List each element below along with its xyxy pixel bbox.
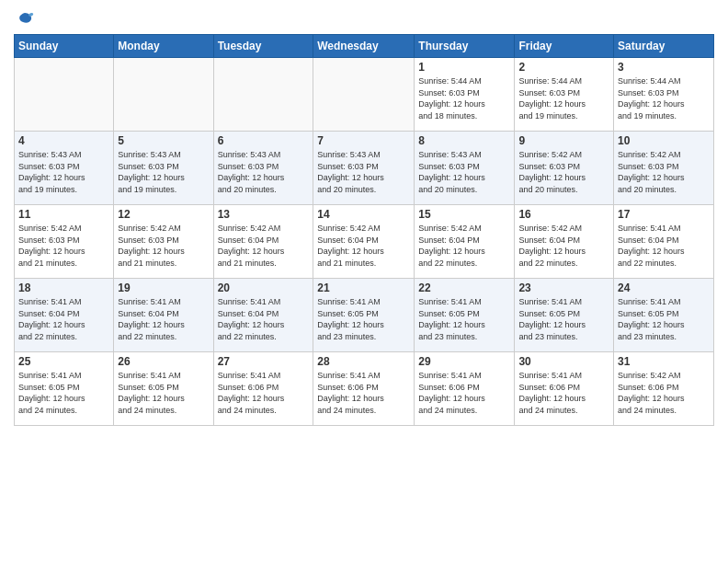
day-info: Sunrise: 5:42 AM Sunset: 6:03 PM Dayligh… — [118, 223, 209, 269]
day-info: Sunrise: 5:43 AM Sunset: 6:03 PM Dayligh… — [118, 149, 209, 195]
calendar-cell: 31Sunrise: 5:42 AM Sunset: 6:06 PM Dayli… — [614, 352, 714, 426]
day-info: Sunrise: 5:41 AM Sunset: 6:05 PM Dayligh… — [418, 296, 510, 342]
day-info: Sunrise: 5:41 AM Sunset: 6:05 PM Dayligh… — [118, 370, 209, 416]
calendar-cell: 28Sunrise: 5:41 AM Sunset: 6:06 PM Dayli… — [313, 352, 415, 426]
day-info: Sunrise: 5:41 AM Sunset: 6:04 PM Dayligh… — [118, 296, 209, 342]
calendar-cell: 17Sunrise: 5:41 AM Sunset: 6:04 PM Dayli… — [614, 205, 714, 279]
day-number: 25 — [18, 355, 109, 368]
day-info: Sunrise: 5:43 AM Sunset: 6:03 PM Dayligh… — [418, 149, 510, 195]
calendar-cell: 13Sunrise: 5:42 AM Sunset: 6:04 PM Dayli… — [213, 205, 313, 279]
calendar-cell: 29Sunrise: 5:41 AM Sunset: 6:06 PM Dayli… — [415, 352, 515, 426]
day-info: Sunrise: 5:44 AM Sunset: 6:03 PM Dayligh… — [618, 75, 710, 121]
day-number: 5 — [118, 134, 209, 147]
logo-bird-icon — [16, 10, 34, 29]
day-info: Sunrise: 5:43 AM Sunset: 6:03 PM Dayligh… — [317, 149, 410, 195]
calendar-cell: 19Sunrise: 5:41 AM Sunset: 6:04 PM Dayli… — [114, 279, 213, 352]
day-number: 26 — [118, 355, 209, 368]
logo — [14, 9, 34, 29]
calendar-cell: 12Sunrise: 5:42 AM Sunset: 6:03 PM Dayli… — [114, 205, 213, 279]
day-info: Sunrise: 5:41 AM Sunset: 6:06 PM Dayligh… — [218, 370, 310, 416]
calendar-cell: 4Sunrise: 5:43 AM Sunset: 6:03 PM Daylig… — [15, 132, 114, 205]
day-info: Sunrise: 5:43 AM Sunset: 6:03 PM Dayligh… — [18, 149, 109, 195]
calendar-cell: 10Sunrise: 5:42 AM Sunset: 6:03 PM Dayli… — [614, 132, 714, 205]
calendar-cell: 8Sunrise: 5:43 AM Sunset: 6:03 PM Daylig… — [415, 132, 515, 205]
calendar-cell: 21Sunrise: 5:41 AM Sunset: 6:05 PM Dayli… — [313, 279, 415, 352]
day-info: Sunrise: 5:41 AM Sunset: 6:06 PM Dayligh… — [418, 370, 510, 416]
day-number: 17 — [618, 208, 710, 221]
calendar-cell: 6Sunrise: 5:43 AM Sunset: 6:03 PM Daylig… — [213, 132, 313, 205]
calendar-cell — [313, 58, 415, 132]
day-info: Sunrise: 5:41 AM Sunset: 6:04 PM Dayligh… — [18, 296, 109, 342]
day-number: 18 — [18, 282, 109, 294]
calendar-page: SundayMondayTuesdayWednesdayThursdayFrid… — [0, 0, 728, 563]
day-number: 28 — [317, 355, 410, 368]
week-row-2: 4Sunrise: 5:43 AM Sunset: 6:03 PM Daylig… — [15, 132, 714, 205]
calendar-cell: 30Sunrise: 5:41 AM Sunset: 6:06 PM Dayli… — [515, 352, 614, 426]
calendar-cell: 24Sunrise: 5:41 AM Sunset: 6:05 PM Dayli… — [614, 279, 714, 352]
day-number: 24 — [618, 282, 710, 294]
day-info: Sunrise: 5:44 AM Sunset: 6:03 PM Dayligh… — [518, 75, 609, 121]
day-info: Sunrise: 5:41 AM Sunset: 6:06 PM Dayligh… — [518, 370, 609, 416]
calendar-cell: 18Sunrise: 5:41 AM Sunset: 6:04 PM Dayli… — [15, 279, 114, 352]
day-number: 8 — [418, 134, 510, 147]
day-number: 3 — [618, 61, 710, 74]
calendar-cell: 14Sunrise: 5:42 AM Sunset: 6:04 PM Dayli… — [313, 205, 415, 279]
day-number: 10 — [618, 134, 710, 147]
calendar-cell: 1Sunrise: 5:44 AM Sunset: 6:03 PM Daylig… — [415, 58, 515, 132]
week-row-4: 18Sunrise: 5:41 AM Sunset: 6:04 PM Dayli… — [15, 279, 714, 352]
day-number: 30 — [518, 355, 609, 368]
calendar-cell: 5Sunrise: 5:43 AM Sunset: 6:03 PM Daylig… — [114, 132, 213, 205]
calendar-cell: 3Sunrise: 5:44 AM Sunset: 6:03 PM Daylig… — [614, 58, 714, 132]
calendar-cell: 20Sunrise: 5:41 AM Sunset: 6:04 PM Dayli… — [213, 279, 313, 352]
calendar-cell: 23Sunrise: 5:41 AM Sunset: 6:05 PM Dayli… — [515, 279, 614, 352]
week-row-1: 1Sunrise: 5:44 AM Sunset: 6:03 PM Daylig… — [15, 58, 714, 132]
weekday-header-thursday: Thursday — [415, 35, 515, 58]
calendar-cell: 2Sunrise: 5:44 AM Sunset: 6:03 PM Daylig… — [515, 58, 614, 132]
day-info: Sunrise: 5:41 AM Sunset: 6:04 PM Dayligh… — [218, 296, 310, 342]
day-number: 7 — [317, 134, 410, 147]
day-number: 11 — [18, 208, 109, 221]
calendar-cell — [15, 58, 114, 132]
day-number: 19 — [118, 282, 209, 294]
calendar-table: SundayMondayTuesdayWednesdayThursdayFrid… — [14, 34, 714, 426]
weekday-header-friday: Friday — [515, 35, 614, 58]
day-number: 4 — [18, 134, 109, 147]
day-info: Sunrise: 5:41 AM Sunset: 6:05 PM Dayligh… — [317, 296, 410, 342]
day-info: Sunrise: 5:42 AM Sunset: 6:04 PM Dayligh… — [218, 223, 310, 269]
weekday-header-saturday: Saturday — [614, 35, 714, 58]
day-info: Sunrise: 5:42 AM Sunset: 6:06 PM Dayligh… — [618, 370, 710, 416]
day-info: Sunrise: 5:42 AM Sunset: 6:04 PM Dayligh… — [317, 223, 410, 269]
calendar-cell: 26Sunrise: 5:41 AM Sunset: 6:05 PM Dayli… — [114, 352, 213, 426]
day-info: Sunrise: 5:42 AM Sunset: 6:03 PM Dayligh… — [518, 149, 609, 195]
calendar-cell: 9Sunrise: 5:42 AM Sunset: 6:03 PM Daylig… — [515, 132, 614, 205]
calendar-cell — [213, 58, 313, 132]
weekday-header-monday: Monday — [114, 35, 213, 58]
calendar-cell: 15Sunrise: 5:42 AM Sunset: 6:04 PM Dayli… — [415, 205, 515, 279]
day-number: 27 — [218, 355, 310, 368]
day-number: 1 — [418, 61, 510, 74]
day-number: 23 — [518, 282, 609, 294]
calendar-cell: 7Sunrise: 5:43 AM Sunset: 6:03 PM Daylig… — [313, 132, 415, 205]
weekday-header-row: SundayMondayTuesdayWednesdayThursdayFrid… — [15, 35, 714, 58]
day-number: 9 — [518, 134, 609, 147]
day-info: Sunrise: 5:41 AM Sunset: 6:06 PM Dayligh… — [317, 370, 410, 416]
logo-text — [14, 9, 34, 29]
week-row-5: 25Sunrise: 5:41 AM Sunset: 6:05 PM Dayli… — [15, 352, 714, 426]
day-info: Sunrise: 5:41 AM Sunset: 6:04 PM Dayligh… — [618, 223, 710, 269]
day-info: Sunrise: 5:41 AM Sunset: 6:05 PM Dayligh… — [518, 296, 609, 342]
weekday-header-tuesday: Tuesday — [213, 35, 313, 58]
day-number: 6 — [218, 134, 310, 147]
calendar-cell: 27Sunrise: 5:41 AM Sunset: 6:06 PM Dayli… — [213, 352, 313, 426]
header — [14, 9, 714, 29]
weekday-header-wednesday: Wednesday — [313, 35, 415, 58]
weekday-header-sunday: Sunday — [15, 35, 114, 58]
day-info: Sunrise: 5:42 AM Sunset: 6:03 PM Dayligh… — [18, 223, 109, 269]
calendar-cell — [114, 58, 213, 132]
day-number: 14 — [317, 208, 410, 221]
day-info: Sunrise: 5:41 AM Sunset: 6:05 PM Dayligh… — [618, 296, 710, 342]
day-number: 29 — [418, 355, 510, 368]
calendar-cell: 16Sunrise: 5:42 AM Sunset: 6:04 PM Dayli… — [515, 205, 614, 279]
day-info: Sunrise: 5:42 AM Sunset: 6:04 PM Dayligh… — [518, 223, 609, 269]
day-info: Sunrise: 5:43 AM Sunset: 6:03 PM Dayligh… — [218, 149, 310, 195]
day-info: Sunrise: 5:42 AM Sunset: 6:04 PM Dayligh… — [418, 223, 510, 269]
